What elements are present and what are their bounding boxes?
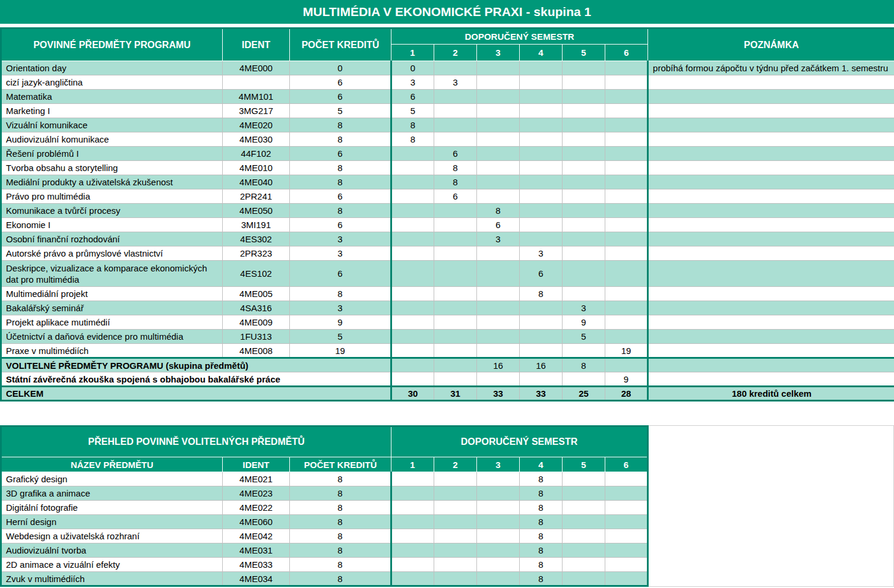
cell-credits: 6 bbox=[290, 147, 391, 161]
cell-subject: Osobní finanční rozhodování bbox=[1, 232, 223, 246]
cell-note bbox=[648, 161, 894, 175]
table-row: Ekonomie I3MI19166 bbox=[1, 218, 894, 232]
cell-subject: Autorské právo a průmyslové vlastnictví bbox=[1, 246, 223, 261]
cell-semester-2 bbox=[434, 204, 477, 218]
cell-semester-1 bbox=[391, 358, 434, 372]
cell-semester-1: 5 bbox=[391, 104, 434, 118]
cell-note bbox=[648, 90, 894, 104]
cell-ident: 4ES302 bbox=[223, 232, 290, 246]
cell-semester-4 bbox=[520, 315, 563, 330]
cell-semester-5 bbox=[563, 529, 605, 543]
cell-credits: 8 bbox=[290, 558, 391, 572]
cell-credits: 8 bbox=[290, 118, 391, 132]
cell-semester-6 bbox=[605, 501, 648, 515]
cell-credits: 3 bbox=[290, 301, 391, 315]
cell-semester-5 bbox=[563, 118, 605, 132]
cell-credits: 6 bbox=[290, 189, 391, 204]
cell-semester-6 bbox=[605, 147, 648, 161]
table-row: 3D grafika a animace4ME02388 bbox=[1, 486, 648, 501]
column-header-credits: POČET KREDITŮ bbox=[290, 457, 391, 472]
cell-total-note: 180 kreditů celkem bbox=[648, 387, 894, 401]
cell-semester-2 bbox=[434, 344, 477, 358]
cell-ident: 4ES102 bbox=[223, 261, 290, 287]
cell-credits: 8 bbox=[290, 472, 391, 486]
table-row: Multimediální projekt4ME00588 bbox=[1, 287, 894, 301]
cell-semester-3 bbox=[477, 189, 520, 204]
cell-ident: 4ME020 bbox=[223, 118, 290, 132]
table-row: VOLITELNÉ PŘEDMĚTY PROGRAMU (skupina pře… bbox=[1, 358, 894, 372]
cell-semester-3 bbox=[477, 529, 520, 543]
cell-semester-3 bbox=[477, 287, 520, 301]
table-row: Mediální produkty a uživatelská zkušenos… bbox=[1, 175, 894, 189]
cell-semester-3 bbox=[477, 246, 520, 261]
cell-semester-6 bbox=[605, 572, 648, 586]
cell-semester-2 bbox=[434, 572, 477, 586]
cell-semester-4 bbox=[520, 344, 563, 358]
cell-credits: 8 bbox=[290, 175, 391, 189]
cell-semester-1 bbox=[391, 543, 434, 558]
table-row: Praxe v multimédiích4ME0081919 bbox=[1, 344, 894, 358]
cell-semester-5: 3 bbox=[563, 301, 605, 315]
cell-semester-5 bbox=[563, 218, 605, 232]
cell-semester-4: 8 bbox=[520, 572, 563, 586]
cell-semester-1 bbox=[391, 175, 434, 189]
cell-subject: Vizuální komunikace bbox=[1, 118, 223, 132]
tables-separator bbox=[0, 402, 894, 425]
cell-semester-3 bbox=[477, 161, 520, 175]
column-header-semester-1: 1 bbox=[391, 45, 434, 61]
table1-body: Orientation day4ME00000probíhá formou zá… bbox=[1, 61, 894, 401]
cell-semester-3: 3 bbox=[477, 232, 520, 246]
cell-semester-3 bbox=[477, 372, 520, 387]
cell-note bbox=[648, 204, 894, 218]
elective-subjects-table: PŘEHLED POVINNĚ VOLITELNÝCH PŘEDMĚTŮ DOP… bbox=[0, 425, 649, 587]
cell-semester-3 bbox=[477, 118, 520, 132]
cell-semester-1 bbox=[391, 261, 434, 287]
cell-semester-2 bbox=[434, 515, 477, 529]
cell-note bbox=[648, 246, 894, 261]
cell-note: probíhá formou zápočtu v týdnu před začá… bbox=[648, 61, 894, 75]
cell-ident: 3MG217 bbox=[223, 104, 290, 118]
cell-credits: 8 bbox=[290, 515, 391, 529]
cell-semester-3 bbox=[477, 501, 520, 515]
cell-subject: Deskripce, vizualizace a komparace ekono… bbox=[1, 261, 223, 287]
cell-semester-1 bbox=[391, 315, 434, 330]
cell-semester-1 bbox=[391, 161, 434, 175]
cell-semester-3 bbox=[477, 261, 520, 287]
cell-semester-4: 8 bbox=[520, 486, 563, 501]
page-title: MULTIMÉDIA V EKONOMICKÉ PRAXI - skupina … bbox=[0, 0, 894, 24]
cell-semester-2 bbox=[434, 315, 477, 330]
column-header-subjects: POVINNÉ PŘEDMĚTY PROGRAMU bbox=[1, 29, 223, 61]
column-header-semester-group: DOPORUČENÝ SEMESTR bbox=[391, 29, 648, 45]
cell-semester-2: 3 bbox=[434, 75, 477, 90]
cell-semester-5 bbox=[563, 558, 605, 572]
cell-semester-3 bbox=[477, 330, 520, 344]
cell-semester-4 bbox=[520, 232, 563, 246]
cell-ident: 2PR241 bbox=[223, 189, 290, 204]
cell-subject: 2D animace a vizuální efekty bbox=[1, 558, 223, 572]
cell-subject: Herní design bbox=[1, 515, 223, 529]
cell-semester-4: 8 bbox=[520, 515, 563, 529]
table-row: Bakalářský seminář4SA31633 bbox=[1, 301, 894, 315]
cell-semester-6 bbox=[605, 90, 648, 104]
cell-semester-6: 9 bbox=[605, 372, 648, 387]
cell-semester-4 bbox=[520, 204, 563, 218]
table-row: Právo pro multimédia2PR24166 bbox=[1, 189, 894, 204]
cell-semester-3 bbox=[477, 90, 520, 104]
column-header-semester-2: 2 bbox=[434, 45, 477, 61]
cell-semester-5 bbox=[563, 61, 605, 75]
cell-subject: Komunikace a tvůrčí procesy bbox=[1, 204, 223, 218]
table-row: Komunikace a tvůrčí procesy4ME05088 bbox=[1, 204, 894, 218]
cell-semester-4: 16 bbox=[520, 358, 563, 372]
cell-credits: 6 bbox=[290, 261, 391, 287]
cell-semester-4: 8 bbox=[520, 287, 563, 301]
cell-semester-5: 5 bbox=[563, 330, 605, 344]
cell-credits: 8 bbox=[290, 161, 391, 175]
cell-note bbox=[648, 315, 894, 330]
column-header-credits: POČET KREDITŮ bbox=[290, 29, 391, 61]
cell-semester-1 bbox=[391, 558, 434, 572]
cell-semester-4: 8 bbox=[520, 558, 563, 572]
cell-subject: Audiovizuální tvorba bbox=[1, 543, 223, 558]
cell-semester-2 bbox=[434, 61, 477, 75]
cell-semester-1 bbox=[391, 218, 434, 232]
cell-subject: Právo pro multimédia bbox=[1, 189, 223, 204]
